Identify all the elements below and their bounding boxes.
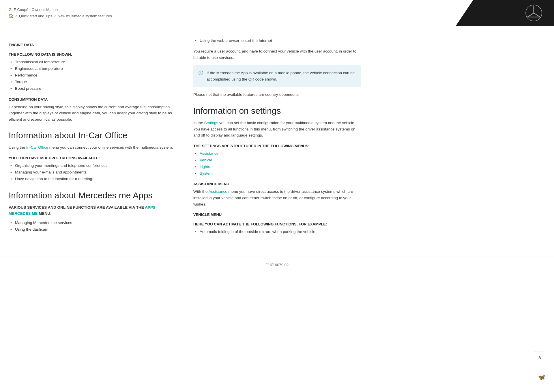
list-item: Torque <box>9 79 176 85</box>
manual-title: GLE Coupé - Owner's Manual <box>9 8 447 12</box>
breadcrumb-sep-2: > <box>54 14 56 18</box>
footer: F167 0079 02 <box>0 257 554 273</box>
settings-menus-heading: THE SETTINGS ARE STRUCTURED IN THE FOLLO… <box>193 144 361 148</box>
settings-intro-para: In the Settings you can set the basic co… <box>193 120 361 139</box>
engine-data-list: Transmission oil temperature Engine/cool… <box>9 59 176 92</box>
incar-intro-para: Using the In-Car Office menu you can con… <box>9 144 176 151</box>
vehicle-menu-link[interactable]: Vehicle <box>200 158 212 162</box>
list-item: Lights <box>193 164 361 170</box>
apps-subheading2-text: MENU: <box>39 211 51 216</box>
vehicle-functions-list: Automatic folding in of the outside mirr… <box>193 229 361 235</box>
list-item: Assistance <box>193 150 361 157</box>
header: GLE Coupé - Owner's Manual 🏠 > Quick sta… <box>0 0 554 26</box>
list-item: Organising your meetings and telephone c… <box>9 163 176 169</box>
vehicle-functions-subheading: HERE YOU CAN ACTIVATE THE FOLLOWING FUNC… <box>193 222 361 226</box>
incar-link[interactable]: In-Car Office <box>26 145 48 150</box>
breadcrumb-sep-1: > <box>15 14 17 18</box>
scroll-up-button[interactable]: ∧ <box>534 352 545 363</box>
assistance-menu-heading: ASSISTANCE MENU <box>193 182 361 186</box>
breadcrumb-step2: New multimedia system features <box>58 14 112 18</box>
apps-heading: Information about Mercedes me Apps <box>9 191 176 200</box>
settings-link[interactable]: Settings <box>204 121 218 125</box>
info-box: ⓘ If the Mercedes me App is available on… <box>193 65 361 87</box>
list-item: Transmission oil temperature <box>9 59 176 66</box>
incar-options-list: Organising your meetings and telephone c… <box>9 163 176 182</box>
top-bullet-list: Using the web browser to surf the Intern… <box>193 38 361 44</box>
settings-menus-list: Assistance Vehicle Lights System <box>193 150 361 177</box>
breadcrumb-step1[interactable]: Quick start and Tips <box>19 14 52 18</box>
list-item: Using the web browser to surf the Intern… <box>193 38 361 44</box>
list-item: Managing your e-mails and appointments. <box>9 169 176 176</box>
list-item: Automatic folding in of the outside mirr… <box>193 229 361 235</box>
list-item: Performance <box>9 72 176 79</box>
settings-heading: Information on settings <box>193 106 361 116</box>
list-item: System <box>193 170 361 177</box>
info-box-text: If the Mercedes me App is available on a… <box>207 70 355 82</box>
header-brand <box>456 0 554 26</box>
incar-intro2-text: menu you can connect your online service… <box>49 145 173 150</box>
header-left: GLE Coupé - Owner's Manual 🏠 > Quick sta… <box>0 0 456 26</box>
butterfly-icon: 🦋 <box>538 374 545 380</box>
engine-data-heading: ENGINE DATA <box>9 43 176 47</box>
info-circle-icon: ⓘ <box>199 70 203 76</box>
incar-heading: Information about In-Car Office <box>9 130 176 140</box>
settings-intro-text: In the <box>193 121 204 125</box>
home-icon[interactable]: 🏠 <box>9 14 14 18</box>
main-content: ENGINE DATA THE FOLLOWING DATA IS SHOWN:… <box>0 26 554 257</box>
list-item: Vehicle <box>193 157 361 164</box>
apps-subheading-text: VARIOUS SERVICES AND ONLINE FUNCTIONS AR… <box>9 205 144 210</box>
footer-code: F167 0079 02 <box>265 263 289 267</box>
consumption-heading: CONSUMPTION DATA <box>9 97 176 102</box>
apps-list: Managing Mercedes me services Using the … <box>9 220 176 233</box>
incar-intro-text: Using the <box>9 145 26 150</box>
system-menu-link[interactable]: System <box>200 171 213 176</box>
mercedes-logo <box>525 4 542 22</box>
column-left: ENGINE DATA THE FOLLOWING DATA IS SHOWN:… <box>9 38 176 239</box>
assistance-body-para: With the Assistance menu you have direct… <box>193 188 361 207</box>
list-item: Using the dashcam <box>9 226 176 233</box>
country-dependent-para: Please not that the available features a… <box>193 92 361 98</box>
list-item: Have navigation to the location for a me… <box>9 176 176 182</box>
engine-data-subheading: THE FOLLOWING DATA IS SHOWN: <box>9 52 176 57</box>
apps-subheading-para: VARIOUS SERVICES AND ONLINE FUNCTIONS AR… <box>9 204 176 217</box>
lights-menu-link[interactable]: Lights <box>200 165 210 169</box>
list-item: Engine/coolant temperature <box>9 66 176 72</box>
consumption-body: Depending on your driving style, this di… <box>9 104 176 123</box>
list-item: Boost pressure <box>9 85 176 92</box>
user-account-para: You require a user account, and have to … <box>193 48 361 61</box>
vehicle-menu-heading: VEHICLE MENU <box>193 212 361 217</box>
breadcrumb: 🏠 > Quick start and Tips > New multimedi… <box>9 14 447 18</box>
list-item: Managing Mercedes me services <box>9 220 176 226</box>
column-right: Using the web browser to surf the Intern… <box>193 38 361 239</box>
assistance-body-pre: With the <box>193 189 209 194</box>
incar-options-heading: YOU THEN HAVE MULTIPLE OPTIONS AVAILABLE… <box>9 156 176 160</box>
assistance-menu-link[interactable]: Assistance <box>200 151 218 156</box>
assistance-body-link[interactable]: Assistance <box>209 189 227 194</box>
